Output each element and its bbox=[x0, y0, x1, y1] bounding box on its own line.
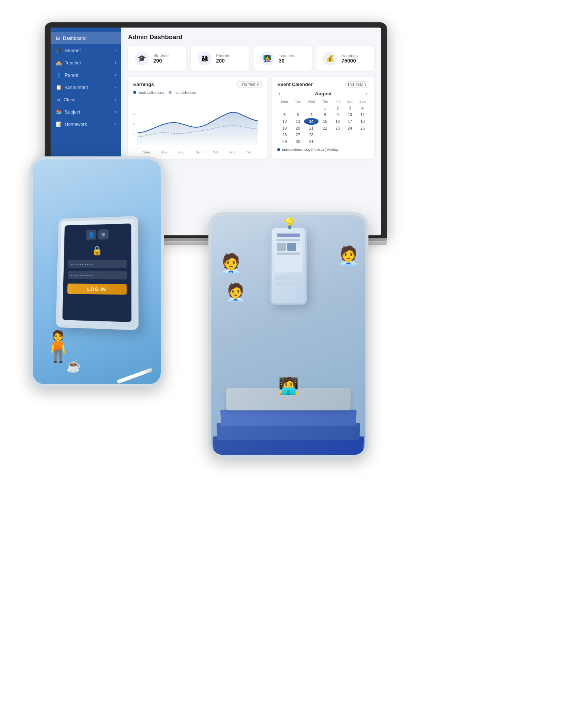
cal-day[interactable]: 4 bbox=[356, 105, 369, 111]
sidebar-item-teacher[interactable]: 🏫 Teacher › bbox=[51, 57, 121, 69]
stat-card-parents: 👨‍👩‍👧 Parents 200 bbox=[191, 46, 249, 71]
screen-bar-3 bbox=[277, 252, 300, 255]
cal-day[interactable] bbox=[319, 138, 332, 145]
cal-day[interactable]: 26 bbox=[277, 131, 292, 138]
login-button[interactable]: LOG IN bbox=[67, 283, 127, 295]
calendar-panel: Event Calender This Year ∨ ‹ August › Mo… bbox=[272, 77, 374, 159]
cal-day[interactable] bbox=[319, 131, 332, 138]
lock-icon: 🔒 bbox=[92, 245, 103, 256]
tower-screen bbox=[275, 231, 302, 272]
cal-day[interactable] bbox=[292, 105, 304, 111]
cal-day[interactable]: 27 bbox=[292, 131, 304, 138]
cal-day[interactable]: 29 bbox=[277, 138, 292, 145]
cal-day[interactable]: 15 bbox=[319, 118, 332, 125]
cal-day[interactable]: 17 bbox=[344, 118, 356, 125]
login-user-icon: 👤 bbox=[86, 229, 96, 240]
students-value: 200 bbox=[153, 58, 169, 64]
calendar-month-nav: ‹ August › bbox=[277, 90, 369, 96]
student-icon: 🎓 bbox=[56, 48, 62, 53]
chevron-right-icon: › bbox=[115, 73, 116, 77]
cal-day[interactable]: 19 bbox=[277, 125, 292, 131]
cal-day[interactable]: 23 bbox=[332, 125, 344, 131]
sidebar-item-class[interactable]: 🖥 Class › bbox=[51, 93, 121, 106]
cal-day[interactable]: 11 bbox=[356, 111, 369, 118]
cal-day[interactable]: 9 bbox=[332, 111, 344, 118]
cal-day[interactable]: 3 bbox=[344, 105, 356, 111]
stat-info-parents: Parents 200 bbox=[216, 53, 230, 64]
cal-day[interactable]: 10 bbox=[344, 111, 356, 118]
sidebar-item-homework[interactable]: 📝 Homework › bbox=[51, 118, 121, 130]
cal-day[interactable] bbox=[332, 138, 344, 145]
figure-center: 🧑‍💻 bbox=[278, 376, 299, 395]
cal-day[interactable]: 7 bbox=[304, 111, 319, 118]
cal-day[interactable]: 12 bbox=[277, 118, 292, 125]
cal-day[interactable] bbox=[332, 131, 344, 138]
cal-day[interactable] bbox=[356, 138, 369, 145]
cal-day[interactable]: 21 bbox=[304, 125, 319, 131]
login-screen: 👤 ⊞ 🔒 ● •••••••• ● •••••••• bbox=[63, 223, 132, 322]
event-label: Independence Day (Pakistan) Holiday bbox=[282, 148, 338, 152]
cal-day[interactable]: 25 bbox=[356, 125, 369, 131]
sidebar-label-dashboard: Dashboard bbox=[63, 36, 116, 41]
calendar-filter[interactable]: This Year ∨ bbox=[345, 81, 369, 88]
lightbulb-icon: 💡 bbox=[283, 217, 296, 229]
prev-month-button[interactable]: ‹ bbox=[277, 90, 282, 96]
cal-day[interactable]: 16 bbox=[332, 118, 344, 125]
teachers-icon: 👩‍🏫 bbox=[260, 51, 274, 66]
calendar-title: Event Calender bbox=[277, 82, 313, 87]
book-layer-3 bbox=[220, 410, 357, 426]
cal-day-wed: Wed bbox=[304, 99, 319, 105]
cal-day[interactable] bbox=[344, 138, 356, 145]
cal-day[interactable]: 6 bbox=[292, 111, 304, 118]
earnings-filter[interactable]: This Year ∨ bbox=[237, 81, 262, 88]
cal-day[interactable]: 1 bbox=[319, 105, 332, 111]
sidebar-item-parent[interactable]: 👤 Parent › bbox=[51, 69, 121, 81]
phone-right-content: 🧑‍💼 🧑‍💼 🧑‍💼 🧑‍💻 💡 bbox=[211, 215, 365, 455]
cal-day[interactable]: 24 bbox=[344, 125, 356, 131]
sidebar-item-dashboard[interactable]: ⊞ Dashboard bbox=[51, 32, 121, 44]
subject-icon: 📚 bbox=[56, 109, 62, 115]
legend-dot-total bbox=[133, 91, 136, 94]
cal-day[interactable]: 31 bbox=[304, 138, 319, 145]
cal-day[interactable]: 20 bbox=[292, 125, 304, 131]
teachers-value: 30 bbox=[279, 58, 295, 64]
earnings-value: 75000 bbox=[342, 58, 358, 64]
sidebar-item-subject[interactable]: 📚 Subject › bbox=[51, 106, 121, 118]
password-field: ● •••••••• bbox=[68, 271, 127, 279]
cal-day[interactable] bbox=[277, 105, 292, 111]
cal-day[interactable]: 22 bbox=[319, 125, 332, 131]
legend-fee: Fee Collection bbox=[169, 90, 196, 95]
tower-btn-1 bbox=[275, 275, 302, 280]
cal-day[interactable] bbox=[304, 105, 319, 111]
cal-day[interactable]: 18 bbox=[356, 118, 369, 125]
screen-bar-2 bbox=[277, 239, 300, 241]
figure-right-1: 🧑‍💼 bbox=[337, 245, 360, 267]
field-icon-1: ● bbox=[71, 262, 73, 266]
cal-day[interactable]: 28 bbox=[304, 131, 319, 138]
svg-text:250: 250 bbox=[133, 112, 135, 115]
earnings-title: Earnings bbox=[133, 82, 154, 87]
pen-item bbox=[116, 368, 153, 384]
password-dots: •••••••• bbox=[75, 273, 94, 277]
chevron-right-icon: › bbox=[115, 85, 116, 89]
stat-info-earnings: Earnings 75000 bbox=[342, 53, 358, 64]
sidebar-item-student[interactable]: 🎓 Student › bbox=[51, 44, 121, 57]
stat-card-students: 🎓 Students 200 bbox=[128, 46, 186, 71]
screen-sq-2 bbox=[287, 243, 296, 251]
sidebar-item-accountant[interactable]: 📋 Accountant › bbox=[51, 81, 121, 93]
bottom-panels: Earnings This Year ∨ Total Collections F… bbox=[128, 77, 374, 159]
cal-day[interactable]: 2 bbox=[332, 105, 344, 111]
cal-day[interactable] bbox=[344, 131, 356, 138]
sidebar-label-homework: Homework bbox=[65, 122, 112, 127]
cal-day[interactable]: 8 bbox=[319, 111, 332, 118]
legend-total: Total Collections bbox=[133, 90, 164, 95]
books-stack: 🧑‍💻 bbox=[211, 351, 365, 455]
cal-day[interactable] bbox=[356, 131, 369, 138]
cal-day[interactable]: 13 bbox=[292, 118, 304, 125]
cal-day[interactable]: 30 bbox=[292, 138, 304, 145]
cal-day[interactable]: 5 bbox=[277, 111, 292, 118]
next-month-button[interactable]: › bbox=[364, 90, 369, 96]
class-icon: 🖥 bbox=[56, 97, 61, 102]
cal-day[interactable]: 14 bbox=[304, 118, 319, 125]
event-dot bbox=[277, 148, 280, 151]
